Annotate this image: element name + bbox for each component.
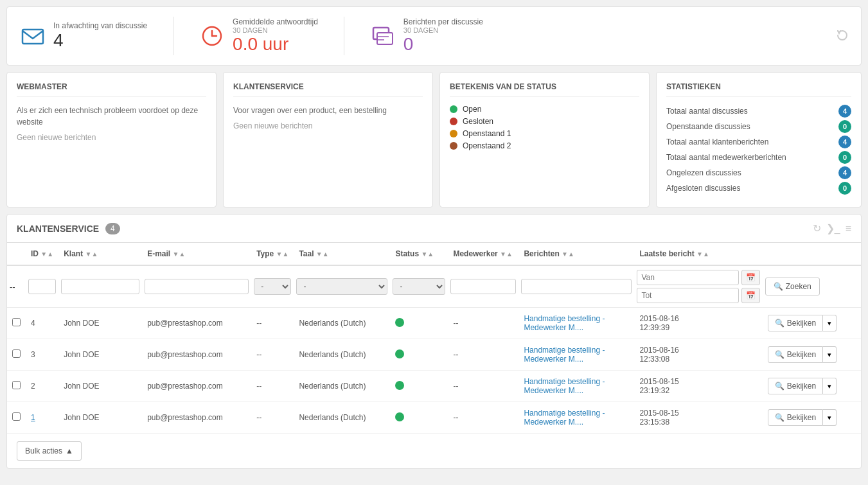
row-type: -- — [251, 339, 294, 371]
filter-type[interactable]: - — [251, 265, 294, 308]
cards-row: WEBMASTER Als er zich een technisch prob… — [6, 72, 862, 207]
row-date: 2015-08-1523:19:32 — [634, 371, 763, 402]
row-berichten-link[interactable]: Handmatige bestelling - Medewerker M.... — [524, 377, 605, 395]
status-dot — [395, 318, 404, 327]
row-id-link[interactable]: 1 — [31, 413, 35, 422]
dot-gesloten — [450, 118, 457, 125]
stat-row-4: Ongelezen discussies 4 — [666, 166, 851, 179]
stat-label-afwachting: In afwachting van discussie — [53, 21, 147, 30]
filter-row: -- - - - — [7, 265, 861, 308]
search-button[interactable]: 🔍 Zoeken — [765, 278, 819, 295]
filter-type-select[interactable]: - — [254, 278, 291, 295]
filter-date: 📅 📅 — [634, 265, 763, 308]
row-taal: Nederlands (Dutch) — [294, 371, 390, 402]
row-taal: Nederlands (Dutch) — [294, 339, 390, 371]
filter-date-tot[interactable] — [637, 288, 739, 303]
th-status[interactable]: Status ▼▲ — [390, 243, 448, 265]
calendar-tot-btn[interactable]: 📅 — [741, 288, 760, 303]
bekijken-caret-button[interactable]: ▾ — [823, 409, 837, 426]
row-berichten: Handmatige bestelling - Medewerker M.... — [518, 308, 634, 339]
th-id[interactable]: ID ▼▲ — [26, 243, 58, 265]
chat-icon — [370, 23, 396, 49]
row-berichten-link[interactable]: Handmatige bestelling - Medewerker M.... — [524, 409, 605, 427]
status-dot — [395, 412, 404, 421]
dot-openstaand1 — [450, 130, 457, 137]
bekijken-button[interactable]: 🔍 Bekijken — [768, 378, 823, 394]
row-id: 2 — [26, 371, 58, 402]
klantenservice-title: KLANTENSERVICE — [233, 82, 423, 97]
bekijken-button[interactable]: 🔍 Bekijken — [768, 315, 823, 331]
table-actions: ↻ ❯_ ≡ — [813, 222, 851, 234]
row-berichten-link[interactable]: Handmatige bestelling - Medewerker M.... — [524, 314, 605, 332]
filter-status[interactable]: - — [390, 265, 448, 308]
bekijken-caret-button[interactable]: ▾ — [823, 315, 837, 331]
filter-id-input[interactable] — [28, 279, 56, 294]
bekijken-caret-button[interactable]: ▾ — [823, 378, 837, 394]
filter-klant-input[interactable] — [61, 279, 139, 294]
th-berichten[interactable]: Berichten ▼▲ — [518, 243, 634, 265]
filter-berichten-input[interactable] — [521, 279, 632, 294]
bekijken-button[interactable]: 🔍 Bekijken — [768, 346, 823, 363]
row-id: 4 — [26, 308, 58, 339]
row-medewerker: -- — [448, 339, 518, 371]
row-action: 🔍 Bekijken ▾ — [763, 402, 861, 434]
table-header: KLANTENSERVICE 4 ↻ ❯_ ≡ — [7, 215, 861, 243]
date-group: 📅 📅 — [637, 270, 760, 303]
stat-row-1: Openstaande discussies 0 — [666, 120, 851, 133]
table-row: 2 John DOE pub@prestashop.com -- Nederla… — [7, 371, 861, 402]
filter-taal-select[interactable]: - — [296, 278, 387, 295]
dot-openstaand2 — [450, 142, 457, 150]
status-list: Open Gesloten Openstaand 1 Openstaand 2 — [450, 105, 639, 150]
filter-date-van[interactable] — [637, 270, 739, 285]
th-taal[interactable]: Taal ▼▲ — [294, 243, 390, 265]
row-checkbox[interactable] — [7, 308, 26, 339]
stat-row-2: Totaal aantal klantenberichten 4 — [666, 136, 851, 148]
row-checkbox[interactable] — [7, 402, 26, 434]
stat-value-gemiddelde: 0.0 uur — [233, 34, 318, 55]
filter-status-select[interactable]: - — [393, 278, 445, 295]
filter-id[interactable] — [26, 265, 58, 308]
row-id: 1 — [26, 402, 58, 434]
row-date: 2015-08-1612:39:39 — [634, 308, 763, 339]
badge-open-discussies: 0 — [838, 120, 851, 133]
table-section: KLANTENSERVICE 4 ↻ ❯_ ≡ ID ▼▲ Klant ▼▲ E… — [6, 214, 862, 469]
webmaster-card: WEBMASTER Als er zich een technisch prob… — [6, 72, 217, 207]
table-row: 3 John DOE pub@prestashop.com -- Nederla… — [7, 339, 861, 371]
table-refresh-icon[interactable]: ↻ — [813, 222, 821, 234]
row-checkbox[interactable] — [7, 339, 26, 371]
table-terminal-icon[interactable]: ❯_ — [826, 222, 840, 234]
filter-klant[interactable] — [58, 265, 142, 308]
filter-search[interactable]: 🔍 Zoeken — [763, 265, 861, 308]
filter-taal[interactable]: - — [294, 265, 390, 308]
filter-medewerker-input[interactable] — [450, 279, 516, 294]
th-type[interactable]: Type ▼▲ — [251, 243, 294, 265]
row-checkbox[interactable] — [7, 371, 26, 402]
bekijken-button[interactable]: 🔍 Bekijken — [768, 409, 823, 426]
stat-sublabel-gemiddelde: 30 DAGEN — [233, 26, 318, 34]
bulk-actions-button[interactable]: Bulk acties ▲ — [17, 441, 82, 461]
row-status — [390, 308, 448, 339]
bekijken-caret-button[interactable]: ▾ — [823, 346, 837, 363]
th-email[interactable]: E-mail ▼▲ — [142, 243, 251, 265]
row-klant: John DOE — [58, 308, 142, 339]
filter-medewerker[interactable] — [448, 265, 518, 308]
row-medewerker: -- — [448, 308, 518, 339]
stat-label-gemiddelde: Gemiddelde antwoordtijd — [233, 17, 318, 26]
filter-email-input[interactable] — [145, 279, 249, 294]
th-laatste[interactable]: Laatste bericht ▼▲ — [634, 243, 763, 265]
calendar-van-btn[interactable]: 📅 — [741, 270, 760, 285]
row-medewerker: -- — [448, 371, 518, 402]
row-berichten: Handmatige bestelling - Medewerker M.... — [518, 402, 634, 434]
table-columns-icon[interactable]: ≡ — [846, 223, 851, 234]
row-klant: John DOE — [58, 371, 142, 402]
th-klant[interactable]: Klant ▼▲ — [58, 243, 142, 265]
filter-email[interactable] — [142, 265, 251, 308]
th-actions — [763, 243, 861, 265]
badge-medewerkerberichten: 0 — [838, 151, 851, 164]
badge-total-discussies: 4 — [838, 105, 851, 118]
filter-berichten[interactable] — [518, 265, 634, 308]
row-taal: Nederlands (Dutch) — [294, 308, 390, 339]
refresh-icon[interactable] — [837, 30, 848, 43]
row-berichten-link[interactable]: Handmatige bestelling - Medewerker M.... — [524, 346, 605, 364]
th-medewerker[interactable]: Medewerker ▼▲ — [448, 243, 518, 265]
